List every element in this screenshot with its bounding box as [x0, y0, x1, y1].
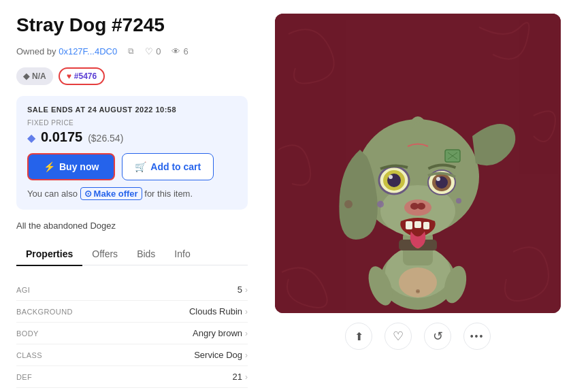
share-button[interactable]: ⬆	[345, 323, 372, 350]
tab-offers[interactable]: Offers	[82, 243, 127, 266]
table-row: CLASS Service Dog ›	[16, 344, 248, 366]
tab-info[interactable]: Info	[165, 243, 199, 266]
prop-val-agi: 5 ›	[238, 285, 248, 295]
price-eth: 0.0175	[41, 129, 82, 145]
tag-na-icon: ◆	[23, 71, 29, 81]
more-options-button[interactable]: •••	[463, 323, 491, 350]
stats-row: ♡ 0 👁 6	[145, 46, 188, 56]
chevron-right-icon: ›	[245, 307, 248, 316]
table-row: BACKGROUND Clouds Rubin ›	[16, 301, 248, 323]
make-offer-link[interactable]: ⊙ Make offer	[80, 187, 142, 200]
svg-point-23	[417, 203, 425, 210]
prop-key-agi: AGI	[16, 286, 30, 294]
table-row: BODY Angry brown ›	[16, 323, 248, 344]
tab-bids[interactable]: Bids	[127, 243, 165, 266]
cart-icon: 🛒	[135, 161, 146, 172]
make-offer-row: You can also ⊙ Make offer for this item.	[27, 187, 237, 200]
tags-row: ◆ N/A ♥ #5476	[16, 67, 248, 85]
tag-rank[interactable]: ♥ #5476	[59, 67, 105, 85]
chevron-right-icon: ›	[245, 285, 248, 295]
eth-icon: ◆	[27, 131, 35, 144]
chevron-right-icon: ›	[245, 329, 248, 338]
svg-rect-24	[406, 221, 412, 229]
left-panel: Stray Dog #7245 Owned by 0x127F...4DC0 ⧉…	[16, 14, 248, 390]
tag-rank-label: #5476	[74, 71, 97, 81]
svg-point-30	[377, 201, 384, 208]
collection-label: All the abandoned Dogez	[16, 221, 248, 231]
svg-point-19	[436, 177, 440, 181]
price-usd: ($26.54)	[88, 133, 123, 144]
refresh-button[interactable]: ↺	[424, 323, 451, 350]
nft-image	[275, 14, 561, 313]
eye-icon: 👁	[172, 46, 180, 56]
owner-row: Owned by 0x127F...4DC0 ⧉ ♡ 0 👁 6	[16, 46, 248, 56]
fixed-price-label: FIXED PRICE	[27, 119, 237, 127]
table-row: AGI 5 ›	[16, 279, 248, 301]
ellipsis-icon: •••	[470, 331, 485, 342]
heart-icon: ♡	[145, 46, 153, 56]
owner-label: Owned by 0x127F...4DC0	[16, 46, 117, 56]
likes-stat: ♡ 0	[145, 46, 161, 56]
tabs-row: Properties Offers Bids Info	[16, 243, 248, 266]
tab-properties[interactable]: Properties	[16, 243, 82, 266]
copy-icon[interactable]: ⧉	[128, 46, 134, 56]
prop-val-bg: Clouds Rubin ›	[189, 306, 248, 316]
owner-address[interactable]: 0x127F...4DC0	[59, 46, 117, 56]
prop-val-class: Service Dog ›	[194, 350, 248, 360]
price-row: ◆ 0.0175 ($26.54)	[27, 129, 237, 145]
chevron-right-icon: ›	[245, 351, 248, 360]
sale-box: SALE ENDS AT 24 AUGUST 2022 10:58 FIXED …	[16, 96, 248, 210]
refresh-icon: ↺	[433, 329, 443, 344]
prop-key-def: DEF	[16, 373, 32, 381]
svg-point-14	[389, 175, 393, 179]
prop-val-def: 21 ›	[233, 372, 248, 382]
prop-key-bg: BACKGROUND	[16, 308, 73, 316]
prop-key-class: CLASS	[16, 351, 42, 359]
views-stat: 👁 6	[172, 46, 188, 56]
tag-na[interactable]: ◆ N/A	[16, 67, 53, 85]
nft-artwork	[275, 14, 561, 313]
prop-key-body: BODY	[16, 329, 39, 338]
buy-now-button[interactable]: ⚡ Buy now	[27, 153, 115, 180]
buttons-row: ⚡ Buy now 🛒 Add to cart	[27, 153, 237, 180]
page-title: Stray Dog #7245	[16, 14, 248, 37]
image-actions: ⬆ ♡ ↺ •••	[345, 323, 491, 350]
offer-icon: ⊙	[84, 189, 92, 199]
heart-icon: ♡	[393, 329, 404, 344]
like-button[interactable]: ♡	[385, 323, 412, 350]
prop-val-body: Angry brown ›	[193, 328, 248, 338]
svg-rect-26	[423, 222, 429, 229]
svg-point-31	[456, 198, 461, 204]
sale-ends-label: SALE ENDS AT 24 AUGUST 2022 10:58	[27, 105, 237, 114]
table-row: DEF 21 ›	[16, 366, 248, 388]
svg-point-32	[344, 200, 353, 208]
right-panel: ⬆ ♡ ↺ •••	[264, 14, 572, 390]
tag-na-label: N/A	[32, 71, 46, 81]
share-icon: ⬆	[355, 330, 363, 343]
chevron-right-icon: ›	[245, 372, 248, 382]
svg-rect-25	[414, 221, 421, 228]
lightning-icon: ⚡	[44, 161, 55, 172]
properties-table: AGI 5 › BACKGROUND Clouds Rubin › BODY A…	[16, 279, 248, 390]
add-to-cart-button[interactable]: 🛒 Add to cart	[122, 153, 214, 180]
tag-rank-icon: ♥	[67, 71, 71, 81]
